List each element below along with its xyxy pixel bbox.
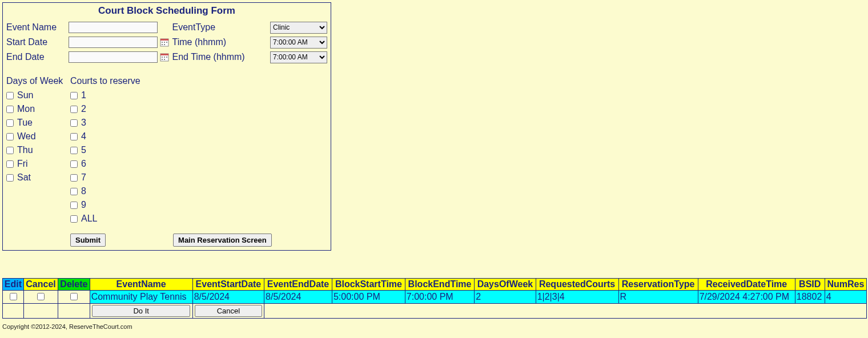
day-label: Thu: [17, 145, 33, 155]
day-checkbox-wed[interactable]: [6, 133, 14, 140]
end-time-label: End Time (hhmm): [171, 52, 270, 62]
col-eventenddate: EventEndDate: [264, 279, 332, 291]
court-label: 2: [81, 104, 86, 114]
grid-cancel-button[interactable]: Cancel: [195, 305, 262, 317]
col-eventname: EventName: [90, 279, 192, 291]
court-checkbox-all[interactable]: [70, 215, 78, 223]
court-checkbox-8[interactable]: [70, 188, 78, 195]
reservations-table: Edit Cancel Delete EventName EventStartD…: [2, 278, 867, 319]
svg-rect-2: [162, 42, 163, 43]
col-daysofweek: DaysOfWeek: [475, 279, 536, 291]
time-select[interactable]: 7:00:00 AM: [270, 37, 327, 49]
event-type-select[interactable]: Clinic: [270, 22, 327, 34]
cancel-checkbox[interactable]: [37, 293, 45, 300]
end-date-input[interactable]: [69, 51, 158, 63]
courts-to-reserve-label: Courts to reserve: [70, 76, 140, 86]
form-title: Court Block Scheduling Form: [6, 4, 327, 20]
day-option-sun: Sun: [6, 88, 70, 102]
col-delete: Delete: [58, 279, 90, 291]
cell-receiveddatetime: 7/29/2024 4:27:00 PM: [698, 291, 795, 304]
edit-checkbox[interactable]: [10, 293, 17, 300]
court-checkbox-7[interactable]: [70, 174, 78, 182]
end-date-label: End Date: [6, 52, 69, 62]
cell-eventstartdate: 8/5/2024: [192, 291, 264, 304]
day-checkbox-sun[interactable]: [6, 92, 14, 99]
end-time-select[interactable]: 7:00:00 AM: [270, 51, 327, 63]
day-label: Tue: [17, 118, 33, 128]
col-receiveddatetime: ReceivedDateTime: [698, 279, 795, 291]
delete-checkbox[interactable]: [70, 293, 78, 300]
col-edit: Edit: [3, 279, 24, 291]
event-name-input[interactable]: [69, 22, 158, 33]
cell-bsid: 18802: [795, 291, 825, 304]
svg-rect-10: [164, 57, 165, 58]
day-checkbox-sat[interactable]: [6, 174, 14, 182]
day-option-sat: Sat: [6, 171, 70, 184]
col-numres: NumRes: [825, 279, 866, 291]
cell-blockendtime: 7:00:00 PM: [405, 291, 474, 304]
calendar-icon[interactable]: [158, 38, 171, 47]
court-checkbox-4[interactable]: [70, 133, 78, 140]
svg-rect-6: [164, 44, 165, 45]
svg-rect-8: [160, 54, 168, 55]
day-checkbox-thu[interactable]: [6, 147, 14, 154]
do-it-button[interactable]: Do It: [92, 305, 190, 317]
court-label: ALL: [81, 214, 97, 224]
start-date-label: Start Date: [6, 37, 69, 47]
day-option-mon: Mon: [6, 102, 70, 116]
court-checkbox-2[interactable]: [70, 106, 78, 113]
col-requestedcourts: RequestedCourts: [536, 279, 618, 291]
svg-rect-11: [166, 57, 167, 58]
svg-rect-4: [166, 42, 167, 43]
court-option-3: 3: [70, 116, 140, 130]
day-label: Mon: [17, 104, 35, 114]
court-label: 9: [81, 200, 86, 210]
col-bsid: BSID: [795, 279, 825, 291]
court-option-5: 5: [70, 143, 140, 157]
svg-rect-1: [160, 39, 168, 41]
col-blockstarttime: BlockStartTime: [332, 279, 405, 291]
day-label: Sat: [17, 172, 31, 183]
court-option-1: 1: [70, 88, 140, 102]
court-label: 7: [81, 172, 86, 183]
calendar-icon[interactable]: [158, 53, 171, 62]
col-eventstartdate: EventStartDate: [192, 279, 264, 291]
cell-blockstarttime: 5:00:00 PM: [332, 291, 405, 304]
court-option-7: 7: [70, 171, 140, 184]
court-checkbox-6[interactable]: [70, 160, 78, 168]
court-label: 4: [81, 131, 86, 142]
day-option-fri: Fri: [6, 157, 70, 171]
court-option-6: 6: [70, 157, 140, 171]
svg-rect-5: [162, 44, 163, 45]
day-checkbox-tue[interactable]: [6, 119, 14, 127]
svg-rect-9: [162, 57, 163, 58]
cell-numres: 4: [825, 291, 866, 304]
svg-rect-12: [162, 59, 163, 60]
table-row: Community Play Tennis 8/5/2024 8/5/2024 …: [3, 291, 867, 304]
start-date-input[interactable]: [69, 37, 158, 48]
court-checkbox-1[interactable]: [70, 92, 78, 99]
day-option-thu: Thu: [6, 143, 70, 157]
time-label: Time (hhmm): [171, 37, 270, 47]
court-label: 6: [81, 159, 86, 169]
day-checkbox-fri[interactable]: [6, 160, 14, 168]
col-cancel: Cancel: [23, 279, 58, 291]
day-label: Wed: [17, 131, 36, 142]
court-label: 1: [81, 90, 86, 100]
day-label: Sun: [17, 90, 33, 100]
court-option-8: 8: [70, 184, 140, 198]
table-action-row: Do It Cancel: [3, 304, 867, 319]
svg-rect-3: [164, 42, 165, 43]
court-checkbox-3[interactable]: [70, 119, 78, 127]
cell-eventenddate: 8/5/2024: [264, 291, 332, 304]
day-checkbox-mon[interactable]: [6, 106, 14, 113]
court-checkbox-9[interactable]: [70, 202, 78, 209]
court-label: 5: [81, 145, 86, 155]
col-blockendtime: BlockEndTime: [405, 279, 474, 291]
main-reservation-button[interactable]: Main Reservation Screen: [173, 234, 272, 247]
court-checkbox-5[interactable]: [70, 147, 78, 154]
court-option-all: ALL: [70, 212, 140, 226]
court-label: 3: [81, 118, 86, 128]
submit-button[interactable]: Submit: [70, 234, 106, 247]
table-header-row: Edit Cancel Delete EventName EventStartD…: [3, 279, 867, 291]
